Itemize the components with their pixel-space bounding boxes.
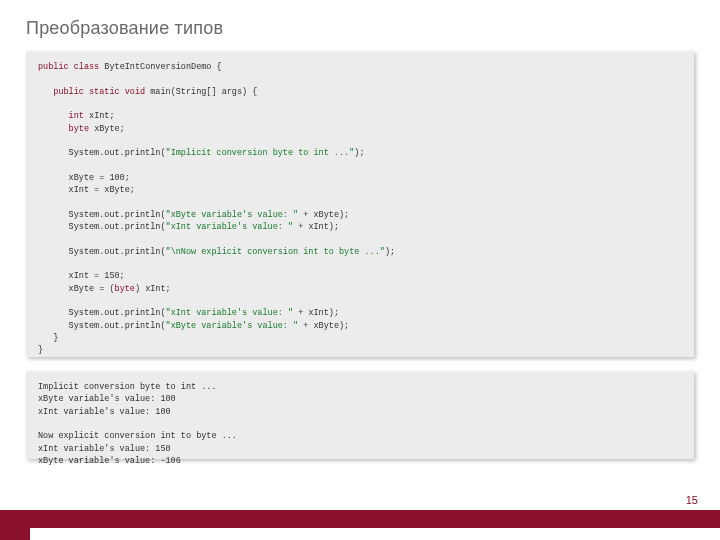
output-block: Implicit conversion byte to int ... xByt… <box>26 371 694 459</box>
stmt: ) xInt; <box>135 284 171 294</box>
stmt: xInt = xByte; <box>69 185 135 195</box>
identifier: xInt; <box>89 111 115 121</box>
slide: Преобразование типов public class ByteIn… <box>0 0 720 540</box>
expr: + xInt); <box>293 222 339 232</box>
string: "Implicit conversion byte to int ..." <box>166 148 355 158</box>
identifier: xByte; <box>94 124 125 134</box>
string: "\nNow explicit conversion int to byte .… <box>166 247 385 257</box>
string: "xByte variable's value: " <box>166 210 299 220</box>
string: "xInt variable's value: " <box>166 308 294 318</box>
method-sig: main(String[] args) <box>150 87 247 97</box>
stmt: xByte = 100; <box>69 173 130 183</box>
keyword: byte <box>69 124 89 134</box>
keyword: public class <box>38 62 99 72</box>
string: "xByte variable's value: " <box>166 321 299 331</box>
stmt: xInt = 150; <box>69 271 125 281</box>
stmt: xByte = ( <box>69 284 115 294</box>
call: System.out.println <box>69 210 161 220</box>
call: System.out.println <box>69 222 161 232</box>
string: "xInt variable's value: " <box>166 222 294 232</box>
expr: + xByte); <box>298 210 349 220</box>
class-name: ByteIntConversionDemo <box>104 62 211 72</box>
call: System.out.println <box>69 148 161 158</box>
page-number: 15 <box>686 494 698 506</box>
expr: + xByte); <box>298 321 349 331</box>
keyword: public static void <box>53 87 145 97</box>
keyword: int <box>69 111 84 121</box>
footer-bar <box>0 510 720 528</box>
footer-accent <box>0 528 30 540</box>
expr: + xInt); <box>293 308 339 318</box>
slide-title: Преобразование типов <box>26 18 694 39</box>
keyword: byte <box>115 284 135 294</box>
call: System.out.println <box>69 308 161 318</box>
code-block: public class ByteIntConversionDemo { pub… <box>26 51 694 357</box>
call: System.out.println <box>69 321 161 331</box>
call: System.out.println <box>69 247 161 257</box>
